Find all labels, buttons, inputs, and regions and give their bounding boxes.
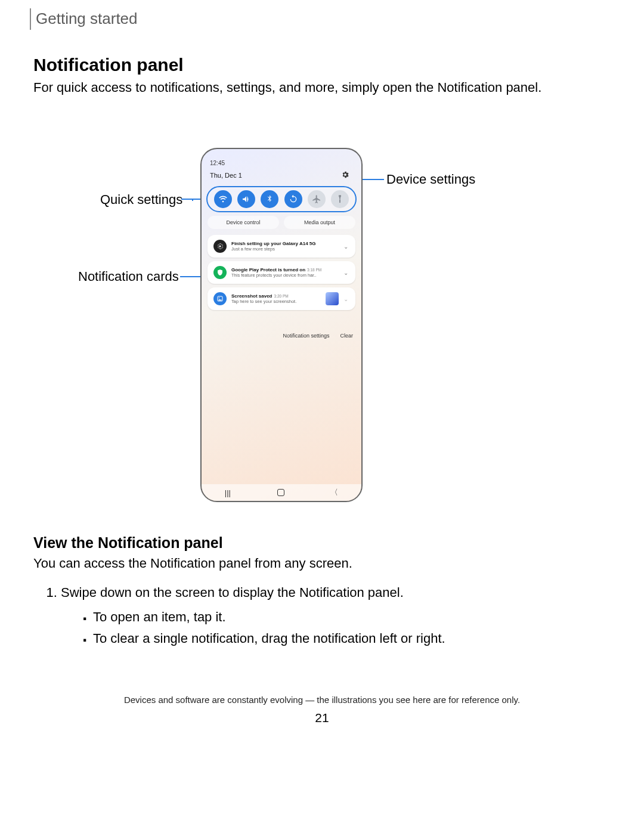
chevron-down-icon[interactable]: ⌄ bbox=[343, 296, 349, 302]
notification-card[interactable]: Finish setting up your Galaxy A14 5G Jus… bbox=[208, 235, 355, 258]
card-time: 3:18 PM bbox=[307, 268, 321, 272]
wifi-icon[interactable] bbox=[214, 190, 232, 208]
svg-point-2 bbox=[219, 298, 220, 299]
page-number: 21 bbox=[0, 711, 644, 725]
notification-card[interactable]: Screenshot saved3:20 PM Tap here to see … bbox=[208, 287, 355, 310]
callout-quick-settings: Quick settings bbox=[100, 192, 182, 208]
sound-icon[interactable] bbox=[237, 190, 255, 208]
settings-icon bbox=[213, 240, 227, 253]
instruction-list: Swipe down on the screen to display the … bbox=[49, 582, 445, 650]
image-icon bbox=[213, 292, 227, 305]
notification-settings-button[interactable]: Notification settings bbox=[283, 333, 329, 339]
flashlight-icon[interactable] bbox=[331, 190, 349, 208]
shield-icon bbox=[213, 266, 227, 279]
chevron-down-icon[interactable]: ⌄ bbox=[343, 270, 349, 276]
status-bar-time: 12:45 bbox=[210, 160, 225, 166]
step-text: Swipe down on the screen to display the … bbox=[61, 585, 404, 600]
recents-icon[interactable]: ||| bbox=[225, 488, 231, 497]
footer-note: Devices and software are constantly evol… bbox=[0, 695, 644, 705]
bullet-item: To open an item, tap it. bbox=[93, 606, 445, 628]
bluetooth-icon[interactable] bbox=[261, 190, 278, 208]
card-subtitle: Tap here to see your screenshot. bbox=[231, 299, 321, 304]
clear-button[interactable]: Clear bbox=[340, 333, 353, 339]
card-subtitle: This feature protects your device from h… bbox=[231, 272, 339, 278]
media-output-button[interactable]: Media output bbox=[284, 216, 355, 229]
card-title: Finish setting up your Galaxy A14 5G bbox=[231, 241, 316, 246]
card-title: Google Play Protect is turned on bbox=[231, 267, 305, 272]
section-title: Notification panel bbox=[33, 55, 184, 75]
notification-card[interactable]: Google Play Protect is turned on3:18 PM … bbox=[208, 261, 355, 284]
card-subtitle: Just a few more steps bbox=[231, 246, 339, 252]
intro-paragraph: For quick access to notifications, setti… bbox=[33, 79, 606, 97]
bullet-item: To clear a single notification, drag the… bbox=[93, 628, 445, 649]
rotate-icon[interactable] bbox=[284, 190, 302, 208]
callout-device-settings: Device settings bbox=[386, 172, 475, 187]
panel-date: Thu, Dec 1 bbox=[210, 172, 242, 179]
home-icon[interactable] bbox=[277, 489, 284, 496]
card-title: Screenshot saved bbox=[231, 293, 272, 299]
airplane-icon[interactable] bbox=[308, 190, 326, 208]
card-time: 3:20 PM bbox=[274, 294, 288, 298]
subsection-title: View the Notification panel bbox=[33, 534, 223, 552]
chevron-down-icon[interactable]: ⌄ bbox=[343, 243, 349, 250]
screenshot-thumbnail bbox=[326, 292, 339, 305]
gear-icon[interactable] bbox=[341, 171, 349, 179]
subsection-intro: You can access the Notification panel fr… bbox=[33, 556, 352, 571]
device-control-button[interactable]: Device control bbox=[208, 216, 279, 229]
quick-settings-row bbox=[206, 186, 357, 212]
nav-bar: ||| 〈 bbox=[202, 484, 361, 501]
page-header: Getting started bbox=[36, 10, 138, 28]
phone-illustration: 12:45 Thu, Dec 1 Device control Media ou… bbox=[200, 148, 363, 502]
svg-point-0 bbox=[219, 246, 221, 247]
back-icon[interactable]: 〈 bbox=[330, 487, 338, 498]
callout-notification-cards: Notification cards bbox=[78, 269, 179, 284]
